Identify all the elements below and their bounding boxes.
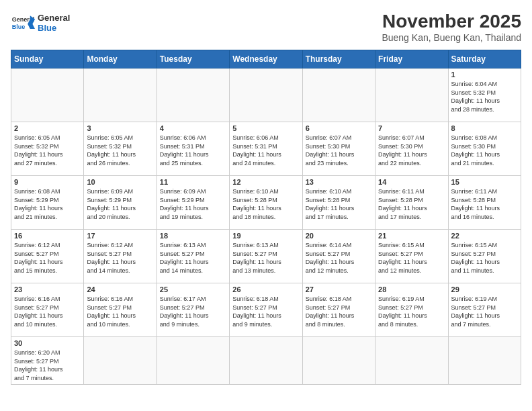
table-row: 2Sunrise: 6:05 AM Sunset: 5:32 PM Daylig…: [11, 122, 84, 176]
day-info: Sunrise: 6:09 AM Sunset: 5:29 PM Dayligh…: [160, 187, 226, 221]
day-number: 23: [14, 285, 81, 293]
col-friday: Friday: [375, 50, 448, 68]
day-number: 25: [160, 285, 226, 293]
day-number: 13: [306, 178, 372, 186]
table-row: 18Sunrise: 6:13 AM Sunset: 5:27 PM Dayli…: [157, 230, 229, 283]
day-info: Sunrise: 6:08 AM Sunset: 5:30 PM Dayligh…: [451, 134, 518, 167]
day-number: 19: [232, 232, 299, 240]
day-info: Sunrise: 6:17 AM Sunset: 5:27 PM Dayligh…: [160, 295, 226, 328]
day-info: Sunrise: 6:10 AM Sunset: 5:28 PM Dayligh…: [306, 187, 372, 221]
day-info: Sunrise: 6:06 AM Sunset: 5:31 PM Dayligh…: [232, 134, 299, 167]
table-row: 23Sunrise: 6:16 AM Sunset: 5:27 PM Dayli…: [11, 283, 84, 337]
day-number: 2: [14, 124, 81, 132]
table-row: 28Sunrise: 6:19 AM Sunset: 5:27 PM Dayli…: [375, 283, 448, 337]
table-row: 20Sunrise: 6:14 AM Sunset: 5:27 PM Dayli…: [302, 230, 375, 283]
day-info: Sunrise: 6:16 AM Sunset: 5:27 PM Dayligh…: [87, 295, 153, 328]
table-row: [11, 68, 84, 122]
table-row: 27Sunrise: 6:18 AM Sunset: 5:27 PM Dayli…: [302, 283, 375, 337]
day-info: Sunrise: 6:15 AM Sunset: 5:27 PM Dayligh…: [378, 241, 445, 275]
svg-text:Blue: Blue: [12, 24, 26, 30]
day-number: 16: [14, 232, 81, 240]
day-number: 21: [378, 232, 445, 240]
logo-icon: General Blue: [11, 11, 35, 35]
day-number: 27: [306, 285, 372, 293]
day-info: Sunrise: 6:19 AM Sunset: 5:27 PM Dayligh…: [451, 295, 518, 328]
title-block: November 2025 Bueng Kan, Bueng Kan, Thai…: [382, 11, 521, 43]
table-row: 13Sunrise: 6:10 AM Sunset: 5:28 PM Dayli…: [302, 176, 375, 230]
table-row: 30Sunrise: 6:20 AM Sunset: 5:27 PM Dayli…: [11, 337, 84, 385]
table-row: [157, 337, 229, 385]
table-row: 19Sunrise: 6:13 AM Sunset: 5:27 PM Dayli…: [230, 230, 302, 283]
table-row: [375, 337, 448, 385]
table-row: 10Sunrise: 6:09 AM Sunset: 5:29 PM Dayli…: [84, 176, 157, 230]
day-info: Sunrise: 6:12 AM Sunset: 5:27 PM Dayligh…: [14, 241, 81, 275]
table-row: 9Sunrise: 6:08 AM Sunset: 5:29 PM Daylig…: [11, 176, 84, 230]
day-info: Sunrise: 6:07 AM Sunset: 5:30 PM Dayligh…: [306, 134, 372, 167]
table-row: [230, 68, 302, 122]
day-info: Sunrise: 6:16 AM Sunset: 5:27 PM Dayligh…: [14, 295, 81, 328]
table-row: [84, 337, 157, 385]
col-monday: Monday: [84, 50, 157, 68]
logo-general-text: General: [38, 13, 70, 23]
table-row: 25Sunrise: 6:17 AM Sunset: 5:27 PM Dayli…: [157, 283, 229, 337]
day-number: 3: [87, 124, 153, 132]
table-row: 16Sunrise: 6:12 AM Sunset: 5:27 PM Dayli…: [11, 230, 84, 283]
day-number: 6: [306, 124, 372, 132]
day-number: 22: [451, 232, 518, 240]
month-title: November 2025: [382, 11, 521, 32]
day-number: 28: [378, 285, 445, 293]
table-row: 26Sunrise: 6:18 AM Sunset: 5:27 PM Dayli…: [230, 283, 302, 337]
day-info: Sunrise: 6:13 AM Sunset: 5:27 PM Dayligh…: [232, 241, 299, 275]
day-info: Sunrise: 6:13 AM Sunset: 5:27 PM Dayligh…: [160, 241, 226, 275]
page-header: General Blue General Blue November 2025 …: [11, 11, 521, 43]
table-row: 8Sunrise: 6:08 AM Sunset: 5:30 PM Daylig…: [448, 122, 521, 176]
day-number: 5: [232, 124, 299, 132]
day-number: 26: [232, 285, 299, 293]
day-number: 30: [14, 339, 81, 347]
table-row: 6Sunrise: 6:07 AM Sunset: 5:30 PM Daylig…: [302, 122, 375, 176]
day-info: Sunrise: 6:05 AM Sunset: 5:32 PM Dayligh…: [14, 134, 81, 167]
day-info: Sunrise: 6:10 AM Sunset: 5:28 PM Dayligh…: [232, 187, 299, 221]
day-info: Sunrise: 6:08 AM Sunset: 5:29 PM Dayligh…: [14, 187, 81, 221]
calendar-table: Sunday Monday Tuesday Wednesday Thursday…: [11, 50, 521, 385]
table-row: 15Sunrise: 6:11 AM Sunset: 5:28 PM Dayli…: [448, 176, 521, 230]
day-number: 11: [160, 178, 226, 186]
day-number: 12: [232, 178, 299, 186]
table-row: 5Sunrise: 6:06 AM Sunset: 5:31 PM Daylig…: [230, 122, 302, 176]
table-row: [302, 337, 375, 385]
day-number: 9: [14, 178, 81, 186]
day-info: Sunrise: 6:12 AM Sunset: 5:27 PM Dayligh…: [87, 241, 153, 275]
day-info: Sunrise: 6:06 AM Sunset: 5:31 PM Dayligh…: [160, 134, 226, 167]
col-saturday: Saturday: [448, 50, 521, 68]
table-row: 1Sunrise: 6:04 AM Sunset: 5:32 PM Daylig…: [448, 68, 521, 122]
table-row: 3Sunrise: 6:05 AM Sunset: 5:32 PM Daylig…: [84, 122, 157, 176]
day-number: 18: [160, 232, 226, 240]
day-info: Sunrise: 6:05 AM Sunset: 5:32 PM Dayligh…: [87, 134, 153, 167]
day-number: 10: [87, 178, 153, 186]
table-row: 17Sunrise: 6:12 AM Sunset: 5:27 PM Dayli…: [84, 230, 157, 283]
table-row: [302, 68, 375, 122]
table-row: 22Sunrise: 6:15 AM Sunset: 5:27 PM Dayli…: [448, 230, 521, 283]
day-info: Sunrise: 6:11 AM Sunset: 5:28 PM Dayligh…: [451, 187, 518, 221]
table-row: [230, 337, 302, 385]
day-info: Sunrise: 6:07 AM Sunset: 5:30 PM Dayligh…: [378, 134, 445, 167]
day-number: 14: [378, 178, 445, 186]
day-info: Sunrise: 6:14 AM Sunset: 5:27 PM Dayligh…: [306, 241, 372, 275]
col-wednesday: Wednesday: [230, 50, 302, 68]
day-info: Sunrise: 6:11 AM Sunset: 5:28 PM Dayligh…: [378, 187, 445, 221]
calendar-header-row: Sunday Monday Tuesday Wednesday Thursday…: [11, 50, 521, 68]
table-row: [448, 337, 521, 385]
table-row: 11Sunrise: 6:09 AM Sunset: 5:29 PM Dayli…: [157, 176, 229, 230]
table-row: [84, 68, 157, 122]
day-number: 29: [451, 285, 518, 293]
day-number: 1: [451, 71, 518, 79]
day-info: Sunrise: 6:04 AM Sunset: 5:32 PM Dayligh…: [451, 80, 518, 113]
day-number: 4: [160, 124, 226, 132]
day-number: 8: [451, 124, 518, 132]
table-row: [375, 68, 448, 122]
day-number: 17: [87, 232, 153, 240]
day-info: Sunrise: 6:19 AM Sunset: 5:27 PM Dayligh…: [378, 295, 445, 328]
location: Bueng Kan, Bueng Kan, Thailand: [382, 32, 521, 43]
col-tuesday: Tuesday: [157, 50, 229, 68]
day-info: Sunrise: 6:20 AM Sunset: 5:27 PM Dayligh…: [14, 349, 81, 382]
